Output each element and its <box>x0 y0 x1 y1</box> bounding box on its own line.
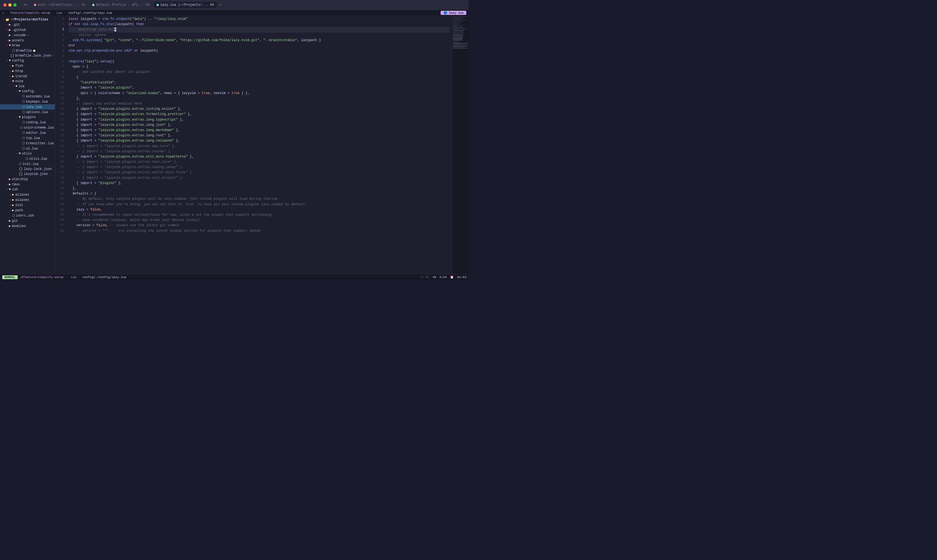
tree-htop[interactable]: ▸ ▶ htop <box>0 68 55 74</box>
tree-brewfile-lock[interactable]: {} brewfile.lock.json ✎ <box>0 53 55 58</box>
breadcrumb-sep2: › <box>52 11 54 15</box>
tree-starship[interactable]: ▸ ▶ starship <box>0 177 55 182</box>
mm-l12 <box>453 26 457 26</box>
keymaps-label: keymaps.lua <box>26 100 48 104</box>
tab-1[interactable]: ⌘1 <box>21 2 30 8</box>
status-clock: ⏰ <box>450 275 454 279</box>
root-label: ~/Projects/dotfiles <box>11 18 48 22</box>
github-label: .github <box>12 28 26 32</box>
ln-37: 34 <box>55 207 64 212</box>
code-line-3: -- bootstrap lazy.nvim <box>68 27 450 32</box>
tree-assets[interactable]: ▸ ▶ assets <box>0 38 55 43</box>
close-button[interactable] <box>3 3 7 7</box>
code-line-8 <box>68 54 450 59</box>
vim-statusbar: NORMAL ⎇ feature/simplify-setup › Lua › … <box>0 274 468 280</box>
titlebar: ⌘1 exit ~/D/dotfiles-... ⌘1 Default Prof… <box>0 0 468 10</box>
tree-autocmds[interactable]: ⬡ autocmds.lua <box>0 94 55 99</box>
starship-chevron: ▸ <box>6 178 9 181</box>
tab-exit[interactable]: exit ~/D/dotfiles-... ⌘1 <box>31 2 88 8</box>
ln-31: 28 <box>55 175 64 181</box>
tree-editor[interactable]: ⬡ editor.lua <box>0 130 55 135</box>
zshrc-label: zshrc.zsh <box>16 214 34 218</box>
tree-brew[interactable]: ▾ ▼ brew <box>0 43 55 48</box>
tree-ui[interactable]: ⬡ ui.lua <box>0 146 55 151</box>
tree-tmux[interactable]: ▸ ▶ tmux <box>0 182 55 187</box>
tree-lua[interactable]: ▾ ▼ lua <box>0 84 55 89</box>
tree-lazy-lock[interactable]: {} lazy-lock.json <box>0 167 55 172</box>
mm-l15 <box>453 28 466 29</box>
tree-colorscheme[interactable]: ⬡ colorscheme.lua <box>0 125 55 130</box>
tree-zshrc[interactable]: ⬡ zshrc.zsh <box>0 213 55 218</box>
tree-nvim[interactable]: ▾ ▼ nvim <box>0 79 55 84</box>
code-line-7: vim.opt.rtp:prepend(vim.env.LAZY or lazy… <box>68 48 450 54</box>
code-line-40: version = false, -- always use the lates… <box>68 223 450 228</box>
minimize-button[interactable] <box>8 3 12 7</box>
tree-config[interactable]: ▾ ▼ config <box>0 58 55 63</box>
ln-8: 5 <box>55 54 64 59</box>
code-line-34: defaults = { <box>68 191 450 196</box>
tree-vscode[interactable]: ▸ ▶ .vscode ✎ <box>0 32 55 38</box>
editor[interactable]: 2 1 3 1 2 3 4 5 6 7 8 9 10 11 12 13 14 <box>55 16 468 274</box>
tree-lazyvim-json[interactable]: {} lazyvim.json <box>0 172 55 177</box>
tree-path[interactable]: ▸ ▶ path <box>0 208 55 213</box>
lazyvim-json-icon: {} <box>19 172 23 176</box>
vscode-chevron: ▸ <box>6 34 9 37</box>
tree-zsh[interactable]: ▾ ▼ zsh <box>0 187 55 192</box>
tree-functions[interactable]: ▸ ▶ aliases <box>0 197 55 203</box>
vscode-label: .vscode <box>12 33 26 37</box>
tree-init-lua[interactable]: ⬡ init.lua <box>0 162 55 167</box>
tree-iterm2[interactable]: ▸ ▶ iterm2 <box>0 74 55 79</box>
utils-lua-icon: ⬡ <box>25 157 28 161</box>
mm-l24 <box>453 35 463 36</box>
tree-keymaps[interactable]: ⬡ keymaps.lua <box>0 99 55 104</box>
tree-treesitter[interactable]: ⬡ treesitter.lua <box>0 141 55 146</box>
tree-lsp[interactable]: ⬡ lsp.lua <box>0 135 55 141</box>
tree-modules[interactable]: ▸ ▶ modules <box>0 223 55 229</box>
new-tab-button[interactable]: + <box>218 3 223 8</box>
mm-l33 <box>453 43 468 44</box>
ui-label: ui.lua <box>26 147 38 151</box>
line-numbers: 2 1 3 1 2 3 4 5 6 7 8 9 10 11 12 13 14 <box>55 16 66 274</box>
tab-lazy-lua[interactable]: lazy.lua (~/Projects/... ⌘3 <box>154 2 217 8</box>
code-line-26: -- { import = "lazyvim.plugins.extras.vs… <box>68 149 450 154</box>
editor-label: editor.lua <box>26 131 46 135</box>
tree-config-sub[interactable]: ▾ ▼ config <box>0 89 55 94</box>
mm-l11 <box>453 25 465 25</box>
tree-init[interactable]: ▸ ▶ init <box>0 203 55 208</box>
code-line-36: -- If you know what you're doing, you ca… <box>68 202 450 207</box>
mm-l39 <box>453 48 468 49</box>
tree-brewfile[interactable]: ⬡ brewfile <box>0 48 55 53</box>
tree-coding[interactable]: ⬡ coding.lua <box>0 120 55 125</box>
tab-profile-label: Default Profile – dfi... ⌘2 <box>96 3 150 7</box>
tree-lazy-lua[interactable]: ⬡ lazy.lua <box>0 104 55 109</box>
plugins-label: plugins <box>22 115 36 119</box>
tree-aliases[interactable]: ▸ ▶ aliases <box>0 192 55 197</box>
mm-l26 <box>453 37 463 38</box>
tab-default-profile[interactable]: Default Profile – dfi... ⌘2 <box>90 2 153 8</box>
ln-27: 24 <box>55 154 64 160</box>
brewfile-icon: ⬡ <box>12 49 15 53</box>
mm-l21 <box>453 33 463 34</box>
tree-fish[interactable]: ▸ ▶ fish <box>0 63 55 68</box>
maximize-button[interactable] <box>13 3 17 7</box>
tree-utils[interactable]: ▾ ▼ utils <box>0 151 55 156</box>
code-line-35: -- By default, only LazyVim plugins will… <box>68 196 450 202</box>
mm-l18 <box>453 31 463 31</box>
ln-17: 14 <box>55 101 64 106</box>
tree-utils-lua[interactable]: ⬡ utils.lua <box>0 156 55 162</box>
utils-chevron: ▾ <box>15 152 19 155</box>
ln-9: 6 <box>55 59 64 64</box>
tree-git[interactable]: ▸ ▶ .git <box>0 22 55 27</box>
breadcrumb-bar: ⌂ › feature/simplify-setup › Lua › confi… <box>0 10 468 16</box>
tree-github[interactable]: ▸ ▶ .github <box>0 27 55 32</box>
tree-options[interactable]: ⬡ options.lua <box>0 109 55 115</box>
plugins-chevron: ▾ <box>15 116 19 119</box>
code-line-19: { import = "lazyvim.plugins.extras.forma… <box>68 112 450 117</box>
minimap <box>452 16 468 274</box>
tree-git-folder[interactable]: ▸ ▶ git <box>0 218 55 223</box>
code-content[interactable]: local lazypath = vim.fn.stdpath("data") … <box>66 16 452 274</box>
ln-7: 4 <box>55 48 64 54</box>
tree-plugins[interactable]: ▾ ▼ plugins <box>0 115 55 120</box>
fish-folder-icon: ▶ <box>12 64 14 68</box>
tree-root[interactable]: ▾ 📁 ~/Projects/dotfiles <box>0 17 55 22</box>
